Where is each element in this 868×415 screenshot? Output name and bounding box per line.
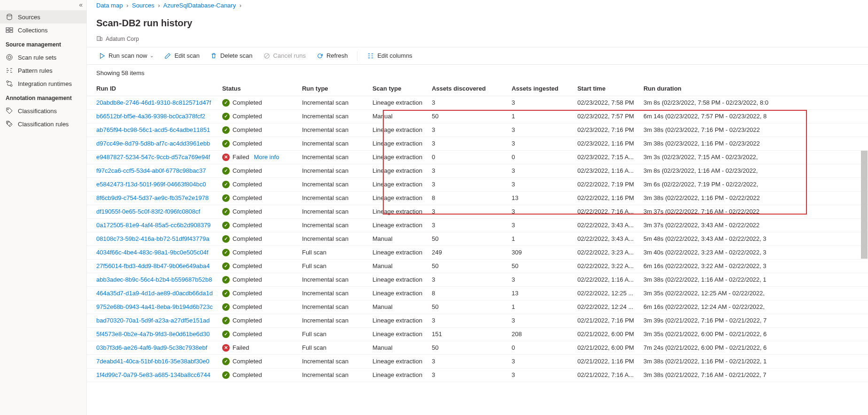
col-run-duration[interactable]: Run duration xyxy=(639,81,868,96)
runid-link[interactable]: 03b7f3d6-ae26-4af6-9ad9-5c38c7938ebf xyxy=(96,344,207,351)
table-row[interactable]: 8f6cb9d9-c754-5d37-ae9c-fb357e2e1978✓Com… xyxy=(87,191,868,205)
delete-scan-button[interactable]: Delete scan xyxy=(206,50,256,61)
table-row[interactable]: 7deabd41-40ca-51bf-bb16-35e38abf30e0✓Com… xyxy=(87,354,868,368)
runid-link[interactable]: 9752e68b-0943-4a41-8eba-9b194d6b723c xyxy=(96,303,213,310)
check-icon: ✓ xyxy=(222,290,230,297)
edit-columns-button[interactable]: Edit columns xyxy=(363,50,416,61)
table-row[interactable]: bad70320-70a1-5d9f-a23a-a27df5e151ad✓Com… xyxy=(87,314,868,327)
runid-link[interactable]: abb3adec-8b9c-56c4-b2b4-b559687b52b8 xyxy=(96,276,212,283)
cell-start: 02/22/2022, 3:22 A... xyxy=(573,259,639,273)
cell-ing: 3 xyxy=(507,164,573,177)
cell-start: 02/21/2022, 7:16 A... xyxy=(573,368,639,382)
col-runid[interactable]: Run ID xyxy=(87,81,217,96)
breadcrumb-item[interactable]: Sources xyxy=(132,2,155,9)
cell-dur: 3m 39s (02/21/2022, 7:16 PM - 02/21/2022… xyxy=(639,314,868,327)
col-assets-ingested[interactable]: Assets ingested xyxy=(507,81,573,96)
runid-link[interactable]: 5f4573e8-0b2e-4a7b-9fd3-8e0d61be6d30 xyxy=(96,330,209,338)
col-scantype[interactable]: Scan type xyxy=(368,81,427,96)
sidebar-item-scan-rule-sets[interactable]: Scan rule sets xyxy=(0,51,86,64)
cell-runtype: Incremental scan xyxy=(297,137,368,150)
edit-scan-button[interactable]: Edit scan xyxy=(160,50,203,61)
table-row[interactable]: 03b7f3d6-ae26-4af6-9ad9-5c38c7938ebf✕Fai… xyxy=(87,341,868,354)
status-text: Completed xyxy=(232,208,262,215)
runid-link[interactable]: d97cc49e-8d79-5d8b-af7c-ac4dd3961ebb xyxy=(96,140,210,147)
collapse-icon[interactable]: « xyxy=(79,1,83,8)
cell-disc: 3 xyxy=(427,177,507,191)
runid-link[interactable]: 08108c73-59b2-416a-bb72-51df9f43779a xyxy=(96,235,209,242)
runid-link[interactable]: ab765f94-bc98-56c1-acd5-6c4adbe11851 xyxy=(96,126,210,133)
table-row[interactable]: 08108c73-59b2-416a-bb72-51df9f43779a✓Com… xyxy=(87,232,868,246)
sidebar-item-collections[interactable]: Collections xyxy=(0,23,86,37)
table-row[interactable]: 464a35d7-d1a9-4d1d-ae89-d0acdb66da1d✓Com… xyxy=(87,286,868,300)
table-row[interactable]: 1f4d99c7-0a79-5e83-a685-134ba8cc6744✓Com… xyxy=(87,368,868,382)
status-text: Completed xyxy=(232,222,262,229)
table-row[interactable]: 5f4573e8-0b2e-4a7b-9fd3-8e0d61be6d30✓Com… xyxy=(87,327,868,341)
runid-link[interactable]: e5842473-f13d-501f-969f-04663f804bc0 xyxy=(96,181,206,188)
check-icon: ✓ xyxy=(222,208,230,215)
cell-scantype: Lineage extraction xyxy=(368,354,427,368)
table-row[interactable]: 4034f66c-4be4-483c-98a1-9bc0e505c04f✓Com… xyxy=(87,246,868,259)
check-icon: ✓ xyxy=(222,317,230,324)
cell-scantype: Lineage extraction xyxy=(368,218,427,232)
runid-link[interactable]: 1f4d99c7-0a79-5e83-a685-134ba8cc6744 xyxy=(96,371,210,378)
svg-point-6 xyxy=(8,56,11,59)
sidebar-item-classification-rules[interactable]: Classification rules xyxy=(0,117,86,131)
breadcrumb-item[interactable]: Data map xyxy=(96,2,123,9)
cell-dur: 3m 37s (02/22/2022, 7:16 AM - 02/22/2022 xyxy=(639,205,868,218)
runid-link[interactable]: b66512bf-bf5e-4a36-9398-bc0ca378fcf2 xyxy=(96,113,205,120)
sidebar-item-pattern-rules[interactable]: Pattern rules xyxy=(0,64,86,77)
cell-start: 02/22/2022, 1:16 PM xyxy=(573,191,639,205)
runid-link[interactable]: e9487827-5234-547c-9ccb-d57ca769e94f xyxy=(96,154,210,161)
status-text: Failed xyxy=(232,344,249,351)
cell-ing: 1 xyxy=(507,109,573,123)
scrollbar-thumb[interactable] xyxy=(861,151,868,259)
runid-link[interactable]: bad70320-70a1-5d9f-a23a-a27df5e151ad xyxy=(96,317,209,324)
result-summary: Showing 58 items xyxy=(87,65,868,81)
status-text: Completed xyxy=(232,113,262,120)
run-history-table: Run ID Status Run type Scan type Assets … xyxy=(87,81,868,382)
check-icon: ✓ xyxy=(222,140,230,147)
runid-link[interactable]: 20abdb8e-2746-46d1-9310-8c812571d47f xyxy=(96,99,211,106)
cell-scantype: Lineage extraction xyxy=(368,191,427,205)
runid-link[interactable]: 4034f66c-4be4-483c-98a1-9bc0e505c04f xyxy=(96,249,209,256)
col-start-time[interactable]: Start time xyxy=(573,81,639,96)
refresh-button[interactable]: Refresh xyxy=(312,50,352,61)
cell-start: 02/21/2022, 1:16 PM xyxy=(573,354,639,368)
breadcrumb-item[interactable]: AzureSqlDatabase-Canary xyxy=(163,2,236,9)
runid-link[interactable]: 7deabd41-40ca-51bf-bb16-35e38abf30e0 xyxy=(96,358,209,365)
table-row[interactable]: b66512bf-bf5e-4a36-9398-bc0ca378fcf2✓Com… xyxy=(87,109,868,123)
table-row[interactable]: 27f56014-fbd3-4dd9-8b47-9b06e649aba4✓Com… xyxy=(87,259,868,273)
table-row[interactable]: d97cc49e-8d79-5d8b-af7c-ac4dd3961ebb✓Com… xyxy=(87,137,868,150)
col-assets-discovered[interactable]: Assets discovered xyxy=(427,81,507,96)
runid-link[interactable]: 27f56014-fbd3-4dd9-8b47-9b06e649aba4 xyxy=(96,262,209,269)
status-text: Completed xyxy=(232,358,262,365)
sidebar-item-sources[interactable]: Sources xyxy=(0,10,86,23)
table-row[interactable]: abb3adec-8b9c-56c4-b2b4-b559687b52b8✓Com… xyxy=(87,273,868,286)
svg-point-9 xyxy=(8,109,8,110)
cell-runtype: Incremental scan xyxy=(297,232,368,246)
table-row[interactable]: 0a172505-81e9-4af4-85a5-cc6b2d908379✓Com… xyxy=(87,218,868,232)
runid-link[interactable]: f97c2ca6-ccf5-53d4-ab0f-6778c98bac37 xyxy=(96,167,206,174)
col-status[interactable]: Status xyxy=(217,81,297,96)
cell-disc: 249 xyxy=(427,246,507,259)
cell-ing: 3 xyxy=(507,368,573,382)
cell-start: 02/22/2022, 7:16 A... xyxy=(573,205,639,218)
runid-link[interactable]: df19055f-0e65-5c0f-83f2-f096fc0808cf xyxy=(96,208,200,215)
table-row[interactable]: e9487827-5234-547c-9ccb-d57ca769e94f✕Fai… xyxy=(87,150,868,164)
status-text: Completed xyxy=(232,181,262,188)
cell-disc: 3 xyxy=(427,123,507,137)
table-row[interactable]: df19055f-0e65-5c0f-83f2-f096fc0808cf✓Com… xyxy=(87,205,868,218)
run-scan-button[interactable]: Run scan now ⌄ xyxy=(94,50,157,61)
table-row[interactable]: f97c2ca6-ccf5-53d4-ab0f-6778c98bac37✓Com… xyxy=(87,164,868,177)
runid-link[interactable]: 8f6cb9d9-c754-5d37-ae9c-fb357e2e1978 xyxy=(96,194,209,201)
sidebar-item-integration-runtimes[interactable]: Integration runtimes xyxy=(0,77,86,90)
table-row[interactable]: 20abdb8e-2746-46d1-9310-8c812571d47f✓Com… xyxy=(87,96,868,109)
runid-link[interactable]: 464a35d7-d1a9-4d1d-ae89-d0acdb66da1d xyxy=(96,290,213,297)
table-row[interactable]: ab765f94-bc98-56c1-acd5-6c4adbe11851✓Com… xyxy=(87,123,868,137)
more-info-link[interactable]: More info xyxy=(254,154,279,161)
sidebar-item-classifications[interactable]: Classifications xyxy=(0,104,86,117)
table-row[interactable]: 9752e68b-0943-4a41-8eba-9b194d6b723c✓Com… xyxy=(87,300,868,314)
table-row[interactable]: e5842473-f13d-501f-969f-04663f804bc0✓Com… xyxy=(87,177,868,191)
col-runtype[interactable]: Run type xyxy=(297,81,368,96)
runid-link[interactable]: 0a172505-81e9-4af4-85a5-cc6b2d908379 xyxy=(96,222,211,229)
